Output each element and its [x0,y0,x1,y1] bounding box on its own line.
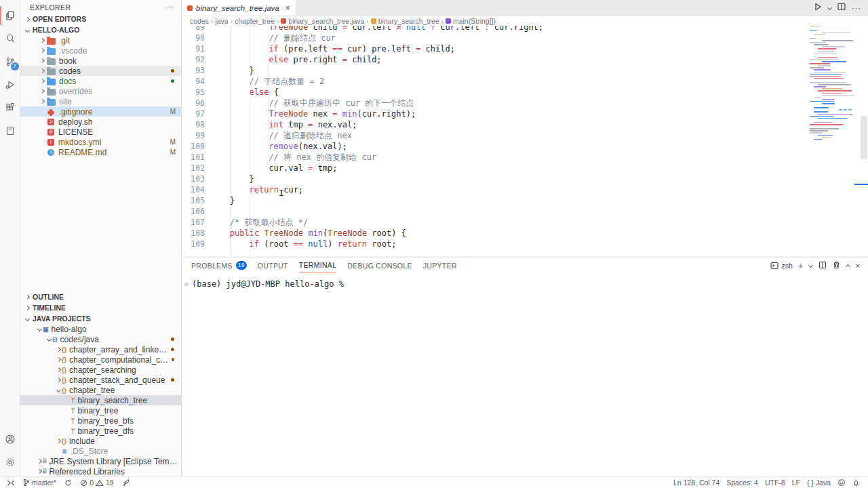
breadcrumb-item[interactable]: binary_search_tree [371,17,439,25]
panel-tab-terminal[interactable]: TERMINAL [299,258,337,272]
editor-more-actions-icon[interactable]: ··· [852,4,861,12]
panel-tab-debug-console[interactable]: DEBUG CONSOLE [347,258,412,272]
outline-section[interactable]: OUTLINE [20,291,181,302]
source-control-icon[interactable]: 7 [0,50,20,73]
account-icon[interactable] [0,428,20,451]
breadcrumb-item[interactable]: main(String[]) [446,17,496,25]
panel-tab-output[interactable]: OUTPUT [258,258,288,272]
file-row[interactable]: iREADME.mdM [20,147,181,157]
code-line[interactable]: 95else { [182,87,807,98]
tab-binary-search-tree[interactable]: binary_search_tree.java × [182,0,296,16]
cursor-position-status[interactable]: Ln 128, Col 74 [671,479,722,487]
settings-gear-icon[interactable] [0,451,20,474]
sync-icon[interactable] [62,477,75,488]
language-mode-status[interactable]: { } Java [804,479,833,487]
file-row[interactable]: docs [20,76,181,86]
timeline-section[interactable]: TIMELINE [20,302,181,313]
close-panel-icon[interactable]: × [856,262,860,270]
indentation-status[interactable]: Spaces: 4 [724,479,761,487]
code-line[interactable]: 99// 递归删除结点 nex [182,130,807,141]
code-line[interactable]: 98int tmp = nex.val; [182,119,807,130]
file-row[interactable]: book [20,56,181,66]
run-button[interactable] [813,2,823,14]
code-line[interactable]: 92else pre.right = child; [182,54,807,65]
file-row[interactable]: codes [20,66,181,76]
file-row[interactable]: .vscode [20,45,181,56]
eol-status[interactable]: LF [789,479,803,487]
run-dropdown-icon[interactable] [827,5,832,10]
project-root-row[interactable]: HELLO-ALGO [20,24,181,35]
code-line[interactable]: 100remove(nex.val); [182,141,807,152]
code-line[interactable]: 90// 删除结点 cur [182,33,807,43]
explorer-more-actions-icon[interactable]: ··· [165,3,175,12]
java-tree-row[interactable]: {}chapter_computational_complexity [20,354,181,365]
code-line[interactable]: 106 [182,206,807,217]
java-language-status-icon[interactable] [835,479,848,487]
file-row[interactable]: >deploy.sh [20,117,181,127]
java-tree-row[interactable]: ⌸JRE System Library [Eclipse Temurin 17 … [20,456,181,466]
breadcrumb-item[interactable]: codes [190,17,209,25]
code-line[interactable]: 103} [182,174,807,184]
code-line[interactable]: 96// 获取中序遍历中 cur 的下一个结点 [182,98,807,108]
encoding-status[interactable]: UTF-8 [762,479,788,487]
split-terminal-icon[interactable] [818,261,827,270]
java-tree-row[interactable]: {}include [20,436,181,446]
notifications-bell-icon[interactable] [850,479,863,487]
file-row[interactable]: site [20,96,181,106]
terminal-shell-picker[interactable]: zsh [770,262,792,270]
file-row[interactable]: overrides [20,86,181,96]
code-area[interactable]: 88// 当子结点数量 = 0 / 1 时, child = null / 该子… [182,16,807,258]
code-line[interactable]: 101// 将 nex 的值复制给 cur [182,152,807,163]
java-tree-row[interactable]: ⌸Referenced Libraries [20,466,181,476]
java-tree-row[interactable]: {}chapter_tree [20,385,181,395]
file-row[interactable]: !mkdocs.ymlM [20,137,181,147]
minimap[interactable] [807,16,860,258]
java-lightweight-mode-rocket-icon[interactable] [119,477,133,488]
terminal-dropdown-icon[interactable] [808,263,813,268]
java-tree-row[interactable]: ᛘbinary_search_tree [20,395,181,405]
editor-scrollbar[interactable] [860,16,868,258]
maximize-panel-icon[interactable] [846,264,850,268]
remote-indicator[interactable] [4,477,18,488]
code-line[interactable]: 97TreeNode nex = min(cur.right); [182,108,807,119]
panel-tab-problems[interactable]: PROBLEMS19 [191,258,247,272]
tab-close-icon[interactable]: × [285,3,290,13]
code-line[interactable]: 109if (root == null) return root; [182,239,807,249]
code-line[interactable]: 108public TreeNode min(TreeNode root) { [182,228,807,239]
scrollbar-slider[interactable] [861,116,867,159]
java-tree-row[interactable]: ᛘbinary_tree_bfs [20,415,181,426]
kill-terminal-trash-icon[interactable] [833,261,840,270]
new-terminal-icon[interactable]: + [799,262,803,270]
java-tree-row[interactable]: ᛘbinary_tree_dfs [20,426,181,436]
java-projects-section[interactable]: JAVA PROJECTS [20,313,181,324]
extensions-icon[interactable] [0,96,20,119]
java-tree-row[interactable]: {}chapter_array_and_linkedlist [20,344,181,354]
code-line[interactable]: 93} [182,65,807,76]
code-line[interactable]: 107/* 获取最小结点 */ [182,217,807,228]
breadcrumb-item[interactable]: java [215,17,228,25]
file-row[interactable]: .gitignoreM [20,106,181,117]
java-tree-row[interactable]: ᛘbinary_tree [20,405,181,415]
java-tree-row[interactable]: 🗎.DS_Store [20,446,181,456]
search-icon[interactable] [0,27,20,50]
java-tree-row[interactable]: {}chapter_searching [20,365,181,375]
code-line[interactable]: 105} [182,195,807,206]
code-line[interactable]: 104return cur; [182,184,807,195]
explorer-icon[interactable] [0,4,20,27]
java-tree-row[interactable]: ⊟codes/java [20,334,181,344]
file-row[interactable]: ©LICENSE [20,127,181,137]
split-editor-icon[interactable] [837,2,846,14]
problems-status[interactable]: 0 19 [77,477,117,488]
code-line[interactable]: 91if (pre.left == cur) pre.left = child; [182,43,807,54]
code-line[interactable]: 94// 子结点数量 = 2 [182,76,807,87]
run-debug-icon[interactable] [0,73,20,96]
terminal[interactable]: (base) jyd@JYD-MBP hello-algo % [182,272,868,476]
java-tree-row[interactable]: {}chapter_stack_and_queue [20,375,181,385]
java-tree-row[interactable]: ▣hello-algo [20,324,181,334]
code-line[interactable]: 102cur.val = tmp; [182,163,807,174]
file-row[interactable]: .git [20,35,181,45]
notebook-icon[interactable] [0,119,20,142]
git-branch-status[interactable]: master* [20,477,59,488]
editor[interactable]: codes›java›chapter_tree›binary_search_tr… [182,16,868,258]
breadcrumb-item[interactable]: binary_search_tree.java [281,17,364,25]
